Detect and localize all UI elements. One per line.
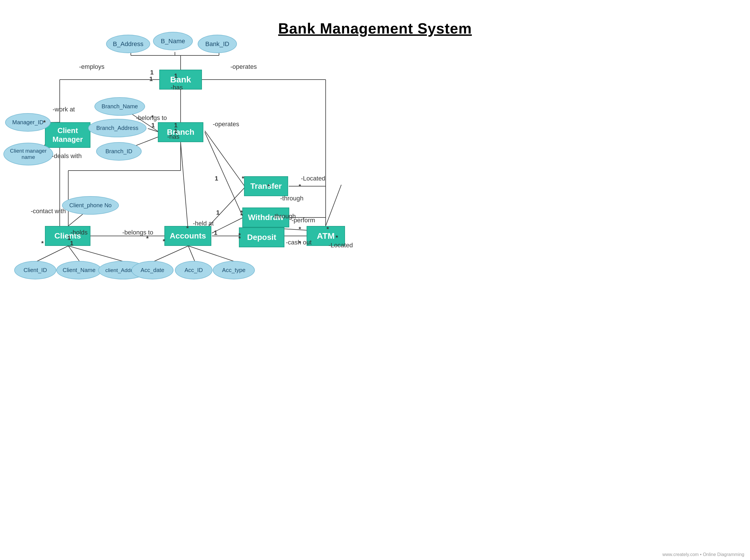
svg-line-31 bbox=[188, 246, 235, 261]
attr-acc-type: Acc_type bbox=[213, 261, 255, 279]
attr-acc-id: Acc_ID bbox=[175, 261, 213, 279]
svg-line-18 bbox=[205, 131, 244, 186]
mult-star-transfer: * bbox=[242, 175, 244, 182]
mult-star-atm-transfer: * bbox=[299, 183, 301, 190]
attr-acc-date: Acc_date bbox=[132, 261, 174, 279]
mult-1-employs: 1 bbox=[149, 75, 153, 83]
page-title: Bank Management System bbox=[0, 8, 750, 37]
svg-line-30 bbox=[188, 246, 195, 261]
svg-line-19 bbox=[205, 132, 243, 218]
attr-client-manager-name: Client managername bbox=[3, 143, 53, 165]
attr-branch-id: Branch_ID bbox=[96, 142, 142, 161]
svg-line-24 bbox=[36, 246, 68, 261]
mult-star-deposit2: * bbox=[238, 235, 241, 242]
rel-located2: -Located bbox=[329, 242, 353, 249]
entity-client-manager: ClientManager bbox=[45, 122, 91, 148]
mult-star-branch-branch: * bbox=[151, 114, 154, 121]
attr-client-phone: Client_phone No bbox=[62, 196, 119, 215]
rel-deals-with: -deals with bbox=[52, 152, 82, 160]
attr-b-address: B_Address bbox=[106, 35, 150, 53]
svg-line-20 bbox=[181, 142, 188, 226]
rel-through1: -through bbox=[280, 195, 303, 202]
attr-bank-id: Bank_ID bbox=[198, 35, 237, 53]
rel-work-at: -work at bbox=[53, 106, 75, 113]
rel-held-at: -held at bbox=[193, 220, 214, 227]
entity-transfer: Transfer bbox=[244, 176, 288, 196]
mult-star-clients2: * bbox=[41, 240, 44, 247]
mult-1-deposit: 1 bbox=[214, 229, 217, 237]
mult-star-atm-deposit: * bbox=[299, 240, 301, 247]
mult-1-branch3: 1 bbox=[174, 127, 177, 135]
rel-has1: -has bbox=[171, 84, 183, 91]
rel-holds: -holds bbox=[71, 229, 87, 236]
mult-1-branch: 1 bbox=[151, 122, 155, 129]
mult-star-belongs2: * bbox=[146, 235, 149, 242]
rel-located1: -Located bbox=[301, 175, 325, 182]
attr-client-name: Client_Name bbox=[56, 261, 102, 279]
svg-line-26 bbox=[68, 246, 124, 261]
mult-star-accounts: * bbox=[163, 238, 165, 245]
mult-star-acc-held: * bbox=[186, 224, 189, 232]
mult-star-cm: * bbox=[43, 119, 46, 126]
mult-1-transfer-acc: 1 bbox=[215, 175, 218, 182]
attr-b-name: B_Name bbox=[153, 32, 193, 50]
svg-line-29 bbox=[154, 246, 188, 261]
attr-client-id: Client_ID bbox=[14, 261, 56, 279]
mult-star-transfer2: * bbox=[268, 183, 270, 190]
mult-star-atm2: * bbox=[336, 234, 338, 241]
rel-has2: -has bbox=[167, 133, 179, 140]
svg-line-25 bbox=[68, 246, 80, 261]
mult-1-withdraw: 1 bbox=[216, 209, 220, 216]
rel-contact-with: -contact with bbox=[31, 207, 66, 215]
mult-1-clients-holds2: 1 bbox=[70, 240, 73, 247]
mult-star-withdraw2: * bbox=[240, 212, 243, 219]
mult-1-bank-atm: 1 bbox=[174, 72, 177, 80]
attr-branch-name: Branch_Name bbox=[94, 97, 145, 116]
watermark: www.creately.com • Online Diagramming bbox=[663, 552, 744, 557]
entity-deposit: Deposit bbox=[239, 227, 284, 247]
rel-operates1: -operates bbox=[230, 63, 257, 71]
rel-employs: -employs bbox=[79, 63, 104, 71]
svg-line-40 bbox=[325, 185, 341, 226]
mult-star-atm1: * bbox=[327, 225, 329, 233]
rel-operates2: -operates bbox=[213, 121, 239, 128]
mult-star-atm-withdraw: * bbox=[299, 225, 301, 233]
entity-branch: Branch bbox=[158, 122, 203, 142]
rel-perform: -perform bbox=[292, 217, 315, 224]
